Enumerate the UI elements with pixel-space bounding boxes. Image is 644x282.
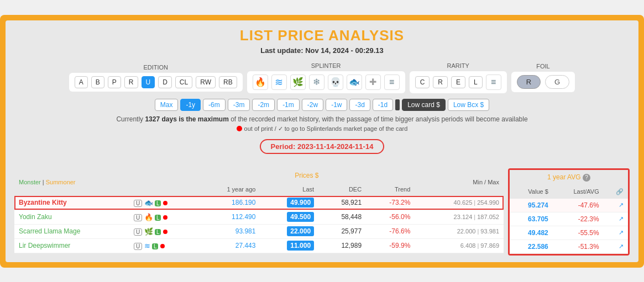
splinter-fire[interactable]: 🔥	[253, 75, 268, 90]
edition-btn-u[interactable]: U	[142, 76, 155, 88]
time-btn-1y[interactable]: -1y	[180, 99, 201, 111]
cell-1year: 93.981	[198, 224, 260, 238]
avg-table-wrapper: 1 year AVG ? Value $ Last/AVG 🔗 95.274 -	[508, 168, 630, 256]
rarity-btn-l[interactable]: L	[469, 76, 483, 88]
cell-minmax: 23.124 | 187.052	[415, 210, 504, 224]
col-empty	[129, 168, 198, 196]
splinter-earth-icon: 🌿	[144, 227, 153, 236]
monster-name[interactable]: Scarred Llama Mage	[19, 227, 80, 235]
rarity-group-wrapper: RARITY C R E L ≡	[410, 62, 507, 93]
foil-btn-r[interactable]: R	[517, 75, 541, 89]
rarity-btn-e[interactable]: E	[451, 76, 465, 88]
cell-dec: 12,989	[318, 238, 366, 253]
time-btn-low-bcx[interactable]: Low Bcx $	[448, 99, 489, 111]
time-btn-6m[interactable]: -6m	[203, 99, 226, 111]
cell-minmax: 40.625 | 254.990	[415, 196, 504, 210]
splinter-stack[interactable]: ≡	[384, 75, 400, 90]
splinter-water[interactable]: ≋	[271, 75, 287, 90]
avg-table-row: 22.586 -51.3% ↗	[510, 240, 628, 253]
out-of-print-icon	[163, 201, 167, 205]
monster-name[interactable]: Lir Deepswimmer	[19, 242, 70, 249]
edition-btn-rb[interactable]: RB	[219, 76, 237, 88]
edition-btn-p[interactable]: P	[108, 76, 121, 88]
avg-value: 22.586	[510, 240, 553, 253]
cell-1year: 27.443	[198, 238, 260, 253]
time-btn-1m[interactable]: -1m	[277, 99, 300, 111]
separator-bar	[395, 99, 400, 110]
edition-btn-cl[interactable]: CL	[175, 76, 192, 88]
summoner-label: Summoner	[46, 179, 76, 185]
splinter-group: 🔥 ≋ 🌿 ❄ 💀 🐟 ✚ ≡	[247, 71, 405, 93]
splinter-death[interactable]: 💀	[328, 75, 343, 90]
last-price-badge: 49.500	[287, 212, 314, 222]
last-update-label: Last update:	[260, 46, 303, 55]
avg-link[interactable]: ↗	[604, 212, 628, 226]
cell-trend: -56.0%	[366, 210, 415, 224]
avg-link[interactable]: ↗	[604, 226, 628, 240]
out-of-print-row: out of print / ✓ to go to Splinterlands …	[14, 125, 630, 132]
time-btn-max[interactable]: Max	[155, 99, 179, 111]
splinter-neutral[interactable]: ✚	[365, 75, 381, 90]
splinter-earth[interactable]: 🌿	[290, 75, 306, 90]
edition-btn-rw[interactable]: RW	[196, 76, 216, 88]
rarity-btn-c[interactable]: C	[415, 76, 430, 88]
col-last: Last	[260, 183, 318, 196]
time-btn-3m[interactable]: -3m	[228, 99, 250, 111]
avg-table-row: 49.482 -55.5% ↗	[510, 226, 628, 240]
time-btn-2m[interactable]: -2m	[252, 99, 275, 111]
col-1year-ago: 1 year ago	[198, 183, 260, 196]
icon-l: L	[155, 215, 161, 221]
time-btn-2w[interactable]: -2w	[302, 99, 323, 111]
avg-value: 63.705	[510, 212, 553, 226]
main-table-wrapper: Monster | Summoner Prices $ Min / Max 1 …	[14, 168, 504, 256]
period-label: Period:	[271, 142, 296, 151]
edition-btn-b[interactable]: B	[91, 76, 104, 88]
time-btn-1w[interactable]: -1w	[326, 99, 347, 111]
avg-table: 1 year AVG ? Value $ Last/AVG 🔗 95.274 -	[510, 170, 628, 254]
avg-link[interactable]: ↗	[604, 199, 628, 212]
filters-row: EDITION A B P R U D CL RW RB SPLINTER 🔥	[14, 62, 630, 93]
cell-icons: U 🌿 L	[129, 224, 198, 238]
time-btn-3d[interactable]: -3d	[349, 99, 370, 111]
monster-name[interactable]: Yodin Zaku	[19, 213, 52, 221]
table-row: Yodin Zaku U 🔥 L 112.490 49.500 58,448	[14, 210, 504, 224]
rarity-btn-r[interactable]: R	[433, 76, 448, 88]
avg-value: 95.274	[510, 199, 553, 212]
cell-name: Byzantine Kitty	[14, 196, 129, 210]
help-icon[interactable]: ?	[583, 174, 590, 182]
last-price-badge: 22.000	[287, 226, 314, 236]
time-btn-1d[interactable]: -1d	[373, 99, 393, 111]
page-title: LIST PRICE ANALYSIS	[14, 27, 630, 44]
icon-u: U	[134, 228, 142, 236]
avg-link[interactable]: ↗	[604, 240, 628, 253]
edition-btn-r[interactable]: R	[124, 76, 138, 88]
cell-last: 49.500	[260, 210, 318, 224]
rarity-group: C R E L ≡	[410, 71, 507, 93]
splinter-snow[interactable]: ❄	[309, 75, 324, 90]
splinter-dragon[interactable]: 🐟	[347, 75, 362, 90]
period-start: 2023-11-14	[297, 142, 334, 151]
monster-label: Monster	[19, 179, 41, 185]
notice-row: Currently 1327 days is the maximum of th…	[14, 115, 630, 123]
icon-u: U	[134, 200, 142, 207]
foil-group-wrapper: FOIL R G	[511, 63, 575, 92]
cell-icons: U ≋ L	[129, 238, 198, 253]
rarity-stack-icon[interactable]: ≡	[486, 75, 501, 90]
col-trend: Trend	[366, 183, 415, 196]
edition-group: A B P R U D CL RW RB	[69, 73, 243, 92]
edition-btn-d[interactable]: D	[158, 76, 172, 88]
out-of-print-text: out of print / ✓ to go to Splinterlands …	[244, 125, 408, 132]
period-end: 2024-11-14	[337, 142, 374, 151]
avg-lastavg: -55.5%	[553, 226, 604, 240]
cell-dec: 58,448	[318, 210, 366, 224]
col-monster-summoner: Monster | Summoner	[14, 168, 129, 196]
cell-trend: -59.9%	[366, 238, 415, 253]
edition-btn-a[interactable]: A	[75, 76, 88, 88]
cell-last: 11.000	[260, 238, 318, 253]
time-btn-low-card[interactable]: Low card $	[402, 99, 446, 111]
icon-u: U	[134, 214, 142, 221]
time-row: Max -1y -6m -3m -2m -1m -2w -1w -3d -1d …	[14, 99, 630, 111]
monster-name-highlighted[interactable]: Byzantine Kitty	[19, 199, 67, 206]
cell-dec: 58,921	[318, 196, 366, 210]
foil-btn-g[interactable]: G	[545, 75, 569, 89]
